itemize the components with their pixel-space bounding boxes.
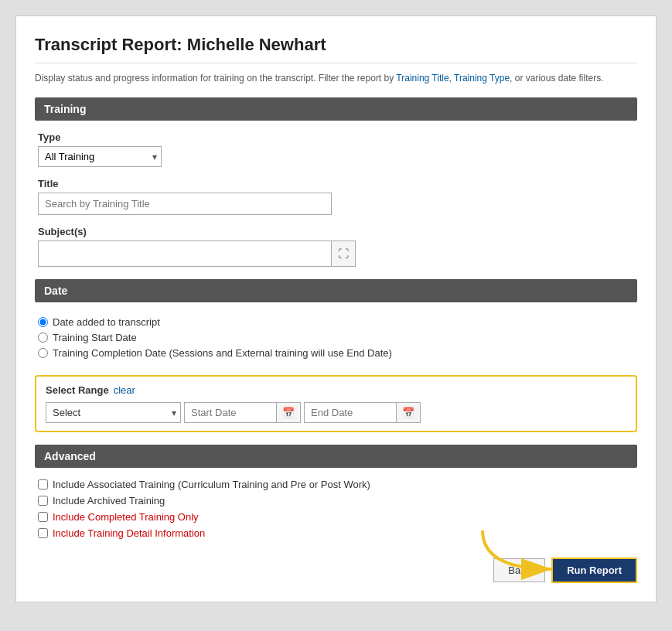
checkbox-archived-label: Include Archived Training: [53, 495, 165, 507]
radio-training-start-input[interactable]: [38, 333, 48, 343]
radio-date-added[interactable]: Date added to transcript: [38, 316, 634, 328]
checkbox-completed[interactable]: Include Completed Training Only: [38, 511, 634, 523]
training-section-header: Training: [35, 97, 637, 121]
checkbox-detail-label: Include Training Detail Information: [53, 527, 205, 539]
start-date-wrapper: 📅: [184, 402, 301, 423]
radio-training-start[interactable]: Training Start Date: [38, 332, 634, 343]
footer-area: Back Run Report: [35, 558, 637, 583]
training-title-link[interactable]: Training Title: [396, 73, 449, 84]
radio-training-start-label: Training Start Date: [53, 332, 137, 343]
end-date-input[interactable]: [304, 402, 397, 423]
date-radio-group: Date added to transcript Training Start …: [35, 313, 637, 366]
range-select-wrapper: Select Today This Week This Month Last 7…: [46, 402, 181, 423]
run-report-button[interactable]: Run Report: [551, 558, 637, 583]
range-inputs: Select Today This Week This Month Last 7…: [46, 402, 626, 423]
training-type-link[interactable]: Training Type: [454, 73, 510, 84]
radio-date-added-label: Date added to transcript: [53, 316, 160, 328]
end-date-wrapper: 📅: [304, 402, 421, 423]
date-section-header: Date: [35, 279, 637, 302]
back-button[interactable]: Back: [493, 558, 545, 582]
page-title: Transcript Report: Michelle Newhart: [35, 35, 637, 63]
select-range-box: Select Range clear Select Today This Wee…: [35, 375, 637, 432]
start-date-input[interactable]: [184, 402, 277, 423]
checkbox-completed-input[interactable]: [38, 512, 48, 522]
start-date-calendar-button[interactable]: 📅: [277, 402, 301, 423]
clear-link[interactable]: clear: [114, 384, 135, 396]
radio-training-completion-input[interactable]: [38, 348, 48, 358]
radio-training-completion-label: Training Completion Date (Sessions and E…: [53, 347, 392, 359]
type-field-group: Type All Training Online Classroom Exter…: [35, 131, 637, 167]
title-label: Title: [38, 178, 634, 189]
advanced-section: Advanced Include Associated Training (Cu…: [35, 445, 637, 539]
advanced-checkboxes: Include Associated Training (Curriculum …: [35, 479, 637, 539]
training-section: Training Type All Training Online Classr…: [35, 97, 637, 267]
title-input[interactable]: [38, 193, 332, 215]
type-label: Type: [38, 131, 634, 143]
subjects-label: Subject(s): [38, 226, 634, 237]
checkbox-detail[interactable]: Include Training Detail Information: [38, 527, 634, 539]
subjects-wrapper: ⛶: [38, 240, 634, 267]
range-label-row: Select Range clear: [46, 384, 626, 396]
type-select[interactable]: All Training Online Classroom External: [38, 146, 162, 167]
button-row: Back Run Report: [35, 558, 637, 583]
checkbox-associated-label: Include Associated Training (Curriculum …: [53, 479, 370, 490]
radio-date-added-input[interactable]: [38, 317, 48, 327]
checkbox-associated-input[interactable]: [38, 479, 48, 489]
checkbox-archived-input[interactable]: [38, 496, 48, 506]
title-field-group: Title: [35, 178, 637, 215]
range-select[interactable]: Select Today This Week This Month Last 7…: [46, 402, 181, 423]
page-description: Display status and progress information …: [35, 71, 637, 85]
checkbox-associated[interactable]: Include Associated Training (Curriculum …: [38, 479, 634, 490]
checkbox-completed-label: Include Completed Training Only: [53, 511, 199, 523]
type-select-wrapper: All Training Online Classroom External: [38, 146, 162, 167]
date-section: Date Date added to transcript Training S…: [35, 279, 637, 432]
checkbox-detail-input[interactable]: [38, 528, 48, 538]
end-date-calendar-button[interactable]: 📅: [397, 402, 421, 423]
advanced-section-header: Advanced: [35, 445, 637, 468]
subjects-field-group: Subject(s) ⛶: [35, 226, 637, 267]
subjects-expand-button[interactable]: ⛶: [332, 240, 356, 267]
radio-training-completion[interactable]: Training Completion Date (Sessions and E…: [38, 347, 634, 359]
checkbox-archived[interactable]: Include Archived Training: [38, 495, 634, 507]
main-container: Transcript Report: Michelle Newhart Disp…: [15, 15, 657, 602]
subjects-input[interactable]: [38, 240, 332, 267]
range-label: Select Range: [46, 384, 109, 396]
